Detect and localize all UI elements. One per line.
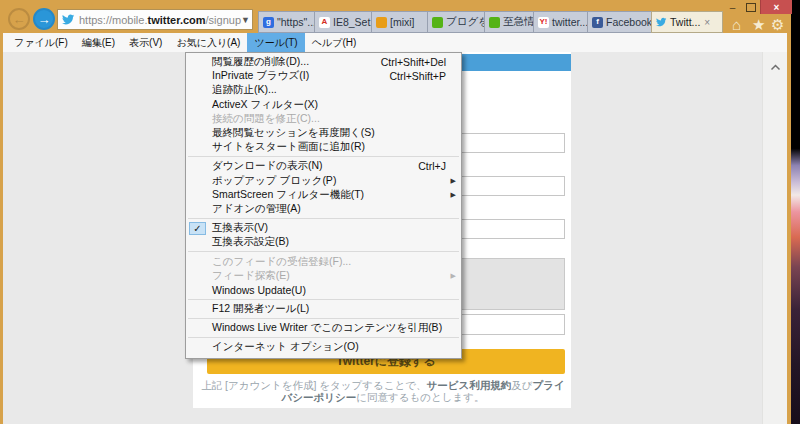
menu-item[interactable]: ✓互換表示(V) (186, 221, 461, 235)
menu-item-label: InPrivate ブラウズ(I) (212, 69, 309, 83)
menu-item-label: ダウンロードの表示(N) (212, 159, 323, 173)
menu-item-label: 互換表示(V) (212, 221, 268, 235)
green-site-icon (432, 17, 443, 28)
home-icon[interactable]: ⌂ (732, 16, 741, 33)
tab-strip: g"https"...AIE8_Set...[mixi]ブログを...至急情..… (258, 11, 723, 33)
menu-item: フィード探索(E)▶ (186, 269, 461, 283)
mixi-icon (376, 17, 387, 28)
menu-item-label: このフィードの受信登録(F)... (212, 255, 351, 269)
vertical-scrollbar[interactable] (762, 52, 787, 424)
maximize-button[interactable] (742, 0, 759, 14)
menu-item-label: 接続の問題を修正(C)... (212, 112, 320, 126)
menu-separator (188, 299, 459, 300)
tab-label: Facebook (606, 16, 651, 28)
menu-item: このフィードの受信登録(F)... (186, 254, 461, 268)
menu-item[interactable]: 閲覧履歴の削除(D)...Ctrl+Shift+Del (186, 55, 461, 69)
menu-item[interactable]: SmartScreen フィルター機能(T)▶ (186, 188, 461, 202)
tab[interactable]: [mixi] (371, 11, 427, 33)
menu-item-label: 最終閲覧セッションを再度開く(S) (212, 126, 375, 140)
menu-separator (188, 337, 459, 338)
adobe-pdf-icon: A (319, 17, 330, 28)
menu-item-label: 追跡防止(K)... (212, 83, 277, 97)
menu-item[interactable]: サイトをスタート画面に追加(R) (186, 140, 461, 154)
menu-item-label: 互換表示設定(B) (212, 235, 289, 249)
menu-item[interactable]: F12 開発者ツール(L) (186, 302, 461, 316)
tab[interactable]: fFacebook (587, 11, 651, 33)
menu-item-label: ActiveX フィルター(X) (212, 98, 318, 112)
menu-item[interactable]: アドオンの管理(A) (186, 202, 461, 216)
menu-item-label: Windows Live Writer でこのコンテンツを引用(B) (212, 321, 442, 335)
tab-label: [mixi] (390, 16, 415, 28)
menu-item[interactable]: ActiveX フィルター(X) (186, 98, 461, 112)
url-prefix: https://mobile. (79, 14, 147, 26)
menu-item-shortcut: Ctrl+Shift+P (389, 70, 455, 82)
tab-label: ブログを... (446, 15, 484, 29)
menu-item[interactable]: 互換表示設定(B) (186, 235, 461, 249)
menu-item-label: アドオンの管理(A) (212, 202, 301, 216)
minimize-button[interactable]: – (724, 0, 741, 14)
tab[interactable]: 至急情... (484, 11, 533, 33)
back-button[interactable]: ← (8, 8, 30, 30)
menubar-item[interactable]: ヘルプ(H) (305, 33, 364, 52)
url-domain: twitter.com (147, 14, 205, 26)
legal-post: に同意するものとします。 (356, 391, 484, 403)
menu-item-label: 閲覧履歴の削除(D)... (212, 55, 309, 69)
green-site-icon (489, 17, 500, 28)
menu-item-label: インターネット オプション(O) (212, 340, 359, 354)
submenu-arrow-icon: ▶ (451, 191, 456, 199)
menubar-item[interactable]: お気に入り(A) (169, 33, 247, 52)
menu-item-label: フィード探索(E) (212, 269, 290, 283)
menubar-item[interactable]: 表示(V) (122, 33, 169, 52)
menu-item[interactable]: ダウンロードの表示(N)Ctrl+J (186, 159, 461, 173)
checkmark-icon: ✓ (189, 222, 206, 235)
tab-label: Twitt... (670, 16, 700, 28)
menu-item-label: ポップアップ ブロック(P) (212, 174, 336, 188)
url-path: /signup (206, 14, 241, 26)
tab-label: IE8_Set... (333, 16, 371, 28)
tab-label: "https"... (277, 16, 314, 28)
menu-separator (188, 251, 459, 252)
menu-item-label: SmartScreen フィルター機能(T) (212, 188, 364, 202)
tab[interactable]: g"https"... (258, 11, 314, 33)
twitter-bird-icon (656, 17, 667, 28)
legal-text: 上記 [アカウントを作成] をタップすることで、サービス利用規約及びプライバシー… (201, 379, 565, 403)
menu-item[interactable]: 追跡防止(K)... (186, 83, 461, 97)
menu-separator (188, 318, 459, 319)
forward-button[interactable]: → (33, 8, 55, 30)
address-bar[interactable]: https://mobile.twitter.com/signup ▼ ↻ (57, 9, 253, 30)
menu-item[interactable]: ポップアップ ブロック(P)▶ (186, 174, 461, 188)
menu-item[interactable]: Windows Live Writer でこのコンテンツを引用(B) (186, 321, 461, 335)
menu-item[interactable]: インターネット オプション(O) (186, 340, 461, 354)
tab[interactable]: Y!twitter... (533, 11, 587, 33)
tab-active[interactable]: Twitt...× (651, 11, 723, 33)
tab[interactable]: AIE8_Set... (314, 11, 371, 33)
browser-window: – × ← → https://mobile.twitter.com/signu… (0, 0, 791, 424)
yahoo-icon: Y! (538, 17, 549, 28)
favorites-star-icon[interactable]: ★ (752, 16, 765, 34)
menu-item-label: サイトをスタート画面に追加(R) (212, 140, 365, 154)
terms-link[interactable]: サービス利用規約 (427, 379, 512, 391)
close-window-button[interactable]: × (760, 0, 792, 14)
maximize-icon (746, 3, 756, 12)
menu-item[interactable]: InPrivate ブラウズ(I)Ctrl+Shift+P (186, 69, 461, 83)
tab-label: twitter... (552, 16, 587, 28)
submenu-arrow-icon: ▶ (451, 272, 456, 280)
scroll-up-icon[interactable] (770, 64, 781, 71)
settings-gear-icon[interactable]: ⚙ (771, 16, 784, 34)
menu-item-shortcut: Ctrl+Shift+Del (381, 56, 455, 68)
menubar-item[interactable]: ツール(T) (247, 33, 304, 52)
google-icon: g (263, 17, 274, 28)
menubar-item[interactable]: ファイル(F) (7, 33, 75, 52)
tab[interactable]: ブログを... (427, 11, 484, 33)
menu-item[interactable]: Windows Update(U) (186, 283, 461, 297)
menu-item: 接続の問題を修正(C)... (186, 112, 461, 126)
menu-item[interactable]: 最終閲覧セッションを再度開く(S) (186, 126, 461, 140)
twitter-favicon (62, 14, 75, 26)
tab-close-icon[interactable]: × (704, 17, 710, 28)
menu-separator (188, 156, 459, 157)
menu-item-shortcut: Ctrl+J (418, 160, 455, 172)
submenu-arrow-icon: ▶ (451, 177, 456, 185)
menubar-item[interactable]: 編集(E) (75, 33, 122, 52)
address-dropdown-icon[interactable]: ▼ (241, 15, 250, 25)
legal-and: 及び (511, 379, 532, 391)
